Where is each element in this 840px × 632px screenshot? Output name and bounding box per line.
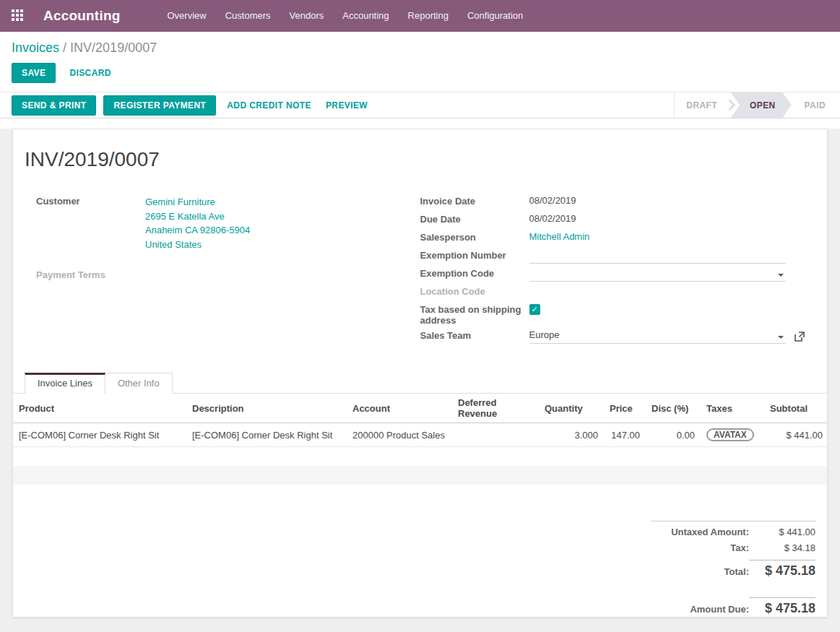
col-header-account: Account: [347, 394, 452, 423]
status-step-open: OPEN: [731, 92, 792, 118]
cell-product[interactable]: [E-COM06] Corner Desk Right Sit: [13, 423, 186, 447]
cell-disc[interactable]: 0.00: [646, 423, 701, 447]
invoice-lines-table: Product Description Account Deferred Rev…: [13, 394, 828, 485]
tab-other-info[interactable]: Other Info: [105, 373, 173, 394]
discard-button[interactable]: DISCARD: [66, 63, 114, 83]
top-nav-bar: Accounting Overview Customers Vendors Ac…: [0, 0, 840, 32]
invoice-date-label: Invoice Date: [420, 195, 529, 209]
salesperson-value[interactable]: Mitchell Admin: [529, 231, 590, 246]
blank-row: [13, 466, 828, 485]
external-link-icon[interactable]: [794, 332, 805, 344]
invoice-sheet: INV/2019/0007 Customer Gemini Furniture …: [12, 129, 828, 618]
totals-section: Untaxed Amount: $ 441.00 Tax: $ 34.18 To…: [13, 521, 827, 618]
status-pipeline: DRAFT OPEN PAID: [674, 92, 840, 118]
invoice-number-title: INV/2019/0007: [25, 148, 815, 171]
tax-badge[interactable]: AVATAX: [706, 428, 754, 441]
exemption-code-label: Exemption Code: [420, 267, 529, 282]
amount-due-label: Amount Due:: [651, 604, 749, 615]
col-header-product: Product: [13, 394, 186, 423]
sales-team-select[interactable]: Europe: [529, 329, 786, 344]
total-value: $ 475.18: [749, 560, 815, 579]
dropdown-caret-icon[interactable]: [778, 336, 784, 339]
breadcrumb-separator: /: [63, 40, 66, 55]
invoice-date-value[interactable]: 08/02/2019: [529, 195, 576, 209]
due-date-value[interactable]: 08/02/2019: [529, 213, 576, 228]
tax-value: $ 34.18: [749, 542, 815, 553]
col-header-disc: Disc (%): [646, 394, 701, 423]
tab-invoice-lines[interactable]: Invoice Lines: [25, 373, 105, 394]
cell-description[interactable]: [E-COM06] Corner Desk Right Sit: [186, 423, 347, 447]
exemption-code-select[interactable]: [529, 267, 786, 282]
untaxed-amount-value: $ 441.00: [749, 527, 815, 537]
cell-taxes[interactable]: AVATAX: [701, 423, 764, 447]
col-header-description: Description: [186, 394, 347, 423]
customer-city-link[interactable]: Anaheim CA 92806-5904: [145, 223, 250, 238]
location-code-field: [529, 285, 786, 300]
amount-due-value: $ 475.18: [749, 597, 815, 616]
blank-row: [13, 447, 828, 467]
nav-menu: Overview Customers Vendors Accounting Re…: [158, 0, 533, 32]
col-header-quantity: Quantity: [539, 394, 604, 423]
table-header-row: Product Description Account Deferred Rev…: [13, 394, 828, 423]
cell-deferred-revenue[interactable]: [452, 423, 539, 447]
register-payment-button[interactable]: REGISTER PAYMENT: [103, 95, 216, 116]
cell-price[interactable]: 147.00: [604, 423, 646, 447]
col-header-taxes: Taxes: [701, 394, 764, 423]
customer-field: Gemini Furniture 2695 E Katella Ave Anah…: [145, 195, 250, 251]
cell-account[interactable]: 200000 Product Sales: [347, 423, 452, 447]
nav-item-vendors[interactable]: Vendors: [280, 0, 334, 32]
apps-grid-icon[interactable]: [12, 9, 25, 22]
sales-team-label: Sales Team: [420, 329, 529, 344]
customer-label: Customer: [36, 195, 145, 251]
col-header-subtotal: Subtotal: [764, 394, 828, 423]
content-area: INV/2019/0007 Customer Gemini Furniture …: [0, 129, 840, 632]
action-buttons: SEND & PRINT REGISTER PAYMENT ADD CREDIT…: [0, 92, 371, 118]
nav-item-customers[interactable]: Customers: [216, 0, 280, 32]
nav-item-overview[interactable]: Overview: [158, 0, 216, 32]
location-code-label: Location Code: [420, 285, 529, 300]
form-left-group: Customer Gemini Furniture 2695 E Katella…: [25, 195, 420, 347]
customer-street-link[interactable]: 2695 E Katella Ave: [145, 209, 250, 224]
col-header-price: Price: [604, 394, 646, 423]
cell-subtotal[interactable]: $ 441.00: [764, 423, 828, 447]
customer-country-link[interactable]: United States: [145, 238, 250, 252]
breadcrumb: Invoices / INV/2019/0007: [0, 32, 840, 57]
nav-item-accounting[interactable]: Accounting: [333, 0, 398, 32]
nav-item-configuration[interactable]: Configuration: [458, 0, 532, 32]
status-step-paid: PAID: [792, 92, 840, 118]
cell-quantity[interactable]: 3.000: [539, 423, 604, 447]
preview-button[interactable]: PREVIEW: [322, 95, 371, 116]
tax-label: Tax:: [651, 542, 749, 553]
form-right-group: Invoice Date 08/02/2019 Due Date 08/02/2…: [420, 195, 816, 347]
dropdown-caret-icon[interactable]: [778, 274, 784, 277]
untaxed-amount-label: Untaxed Amount:: [651, 527, 749, 537]
tax-shipping-checkbox[interactable]: ✓: [529, 304, 540, 315]
invoice-line-row[interactable]: [E-COM06] Corner Desk Right Sit [E-COM06…: [13, 423, 828, 447]
exemption-number-label: Exemption Number: [420, 249, 529, 264]
invoice-form: Customer Gemini Furniture 2695 E Katella…: [13, 195, 827, 347]
add-credit-note-button[interactable]: ADD CREDIT NOTE: [223, 95, 315, 116]
breadcrumb-current: INV/2019/0007: [70, 40, 157, 55]
edit-controls: SAVE DISCARD: [0, 57, 840, 92]
send-print-button[interactable]: SEND & PRINT: [12, 95, 96, 116]
exemption-number-input[interactable]: [529, 249, 786, 264]
save-button[interactable]: SAVE: [12, 63, 56, 83]
notebook-tabs: Invoice Lines Other Info: [13, 373, 827, 394]
customer-name-link[interactable]: Gemini Furniture: [145, 195, 250, 209]
status-step-draft: DRAFT: [675, 92, 729, 118]
col-header-deferred-revenue: Deferred Revenue: [452, 394, 539, 423]
payment-terms-label: Payment Terms: [36, 269, 145, 283]
nav-item-reporting[interactable]: Reporting: [399, 0, 458, 32]
action-bar: SEND & PRINT REGISTER PAYMENT ADD CREDIT…: [0, 92, 840, 118]
salesperson-label: Salesperson: [420, 231, 529, 246]
total-label: Total:: [651, 566, 749, 577]
app-title[interactable]: Accounting: [43, 8, 121, 24]
breadcrumb-invoices-link[interactable]: Invoices: [12, 40, 59, 55]
due-date-label: Due Date: [420, 213, 529, 228]
tax-shipping-label: Tax based on shipping address: [420, 303, 529, 326]
sales-team-value[interactable]: Europe: [529, 329, 560, 340]
